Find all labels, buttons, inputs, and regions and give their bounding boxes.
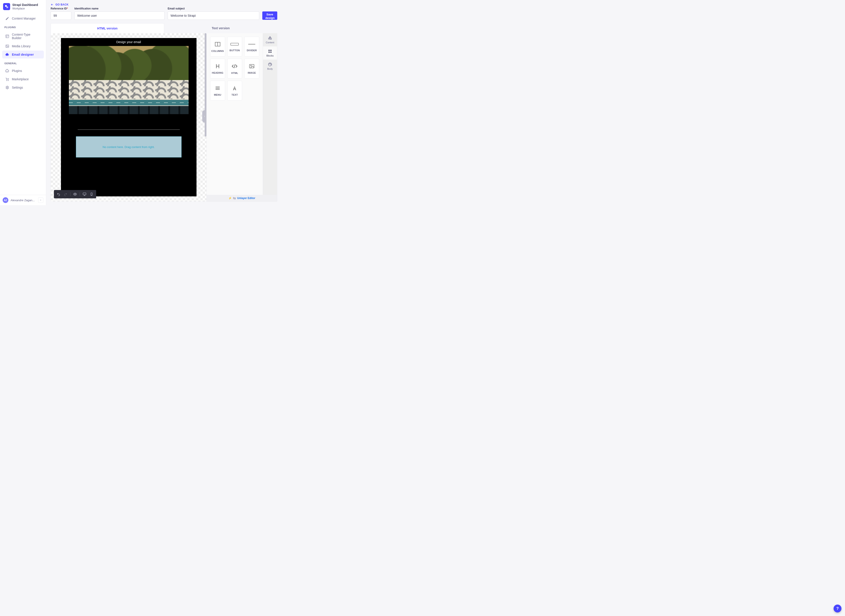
desktop-view-button[interactable] [82,191,87,197]
undo-button[interactable] [56,191,62,197]
main: GO BACK Reference ID* Identification nam… [46,0,282,205]
field-identification-name: Identification name [74,7,165,20]
svg-point-16 [251,65,251,66]
email-canvas[interactable]: Design your email No content here. Drag … [61,38,197,197]
svg-point-7 [7,87,8,88]
sidebar-header: Strapi Dashboard Workplace [0,0,46,13]
svg-rect-22 [269,50,270,51]
svg-rect-13 [231,43,238,45]
svg-point-27 [270,63,270,64]
tool-menu[interactable]: MENU [210,81,225,101]
tool-label: DIVIDER [246,49,258,52]
tool-html[interactable]: HTML [227,59,242,79]
sidebar-item-media-library[interactable]: Media Library [2,42,44,50]
toolbar-separator [70,192,71,196]
side-tabs: Content Blocks Body [263,33,277,201]
unlayer-link[interactable]: Unlayer Editor [237,197,255,200]
canvas-hero-image[interactable] [69,46,188,114]
sidetab-body[interactable]: Body [263,60,277,73]
svg-rect-2 [6,35,9,38]
svg-point-4 [6,45,7,46]
columns-icon [215,41,221,47]
desktop-icon [82,192,87,196]
reference-id-label: Reference ID* [51,7,71,10]
code-icon [231,63,238,69]
tool-button[interactable]: BUTTON [227,37,242,57]
gear-icon [5,85,9,89]
user-name: Alexandre Zagan... [10,199,36,202]
save-design-button[interactable]: Save design [262,12,277,20]
tool-label: MENU [213,94,222,96]
tool-image[interactable]: IMAGE [244,59,259,79]
canvas-divider[interactable] [78,129,180,130]
svg-rect-1 [6,6,8,8]
sidebar-section-plugins: PLUGINS [0,23,46,30]
undo-icon [57,192,60,196]
tool-text[interactable]: TEXT [227,81,242,101]
sidebar-footer: AZ Alexandre Zagan... [0,195,46,205]
divider-icon [247,41,256,47]
image-icon [5,44,9,48]
app-title: Strapi Dashboard [12,3,38,7]
collapse-sidebar-button[interactable] [38,198,43,203]
tool-columns[interactable]: COLUMNS [210,37,225,57]
tab-text-version[interactable]: Text version [164,23,277,33]
redo-icon [63,192,68,196]
email-subject-input[interactable] [168,12,259,20]
unlayer-by: by [233,197,236,200]
sidebar-item-label: Settings [12,86,23,89]
sidetab-content[interactable]: Content [263,33,277,46]
sidetab-blocks[interactable]: Blocks [263,46,277,60]
tool-label: BUTTON [229,49,241,52]
sidebar-item-label: Email designer [12,53,34,56]
sidebar-item-label: Content-Type Builder [12,33,41,40]
sidebar-item-content-type-builder[interactable]: Content-Type Builder [2,31,44,42]
version-tabs: HTML version Text version [46,23,282,33]
sidebar-item-settings[interactable]: Settings [2,84,44,91]
tool-label: IMAGE [247,72,257,74]
sidebar-item-marketplace[interactable]: Marketplace [2,75,44,83]
svg-rect-9 [83,193,86,195]
canvas-wrap: Design your email No content here. Drag … [51,33,207,201]
email-subject-label: Email subject [168,7,259,10]
svg-rect-24 [269,52,270,53]
sidebar-item-content-manager[interactable]: Content Manager [2,15,44,22]
arrow-left-icon [51,3,54,6]
mobile-icon [90,192,93,196]
app-subtitle: Workplace [12,7,38,10]
sidetab-label: Content [266,41,275,44]
text-icon [232,85,238,91]
redo-button[interactable] [63,191,68,197]
cart-icon [5,77,9,81]
sidebar-item-label: Media Library [12,44,31,48]
pencil-icon [5,16,9,21]
mobile-view-button[interactable] [89,191,94,197]
panel-collapse-handle[interactable] [202,110,207,123]
identification-name-input[interactable] [74,12,165,20]
tool-heading[interactable]: HEADING [210,59,225,79]
dropzone-label: No content here. Drag content from right… [103,145,154,149]
canvas-title: Design your email [61,38,197,46]
canvas-dropzone[interactable]: No content here. Drag content from right… [76,136,182,157]
avatar[interactable]: AZ [3,197,8,203]
shapes-icon [268,36,272,40]
svg-rect-21 [270,38,272,40]
puzzle-icon [5,53,9,57]
tool-label: TEXT [231,94,239,96]
field-reference-id: Reference ID* [51,7,71,20]
svg-point-8 [75,194,76,195]
sidetab-label: Blocks [266,54,273,57]
heading-icon [215,63,221,69]
sidebar-item-email-designer[interactable]: Email designer [2,51,44,59]
tool-divider[interactable]: DIVIDER [244,37,259,57]
puzzle-outline-icon [5,69,9,73]
go-back-link[interactable]: GO BACK [51,3,277,6]
sidebar-item-plugins[interactable]: Plugins [2,67,44,75]
tool-label: HEADING [211,72,224,74]
topbar: GO BACK Reference ID* Identification nam… [46,0,282,20]
preview-button[interactable] [72,191,78,197]
tab-html-version[interactable]: HTML version [51,23,164,33]
reference-id-input[interactable] [51,12,71,20]
sidebar-item-label: Marketplace [12,78,29,81]
sidebar-item-label: Content Manager [12,17,36,20]
